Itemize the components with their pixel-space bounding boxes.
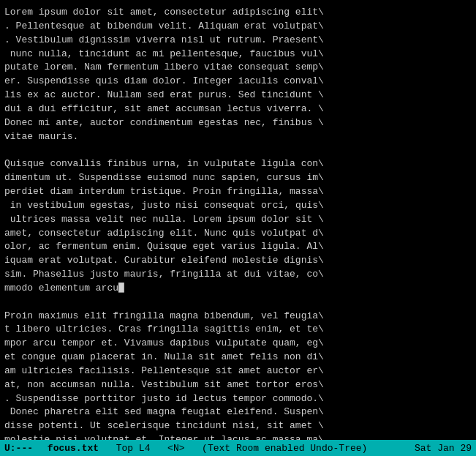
- editor-container: Lorem ipsum dolor sit amet, consectetur …: [0, 0, 476, 456]
- status-extra: (Text Room enabled Undo-Tree): [202, 443, 367, 454]
- status-time: Sat Jan 29: [415, 443, 472, 454]
- status-mode: U:---: [4, 443, 33, 454]
- status-bar: U:--- focus.txt Top L4 <N> (Text Room en…: [0, 440, 476, 456]
- status-nav: <N>: [167, 443, 184, 454]
- status-filename: focus.txt: [48, 443, 99, 454]
- status-position: Top L4: [116, 443, 151, 454]
- editor-text-area[interactable]: Lorem ipsum dolor sit amet, consectetur …: [0, 0, 476, 440]
